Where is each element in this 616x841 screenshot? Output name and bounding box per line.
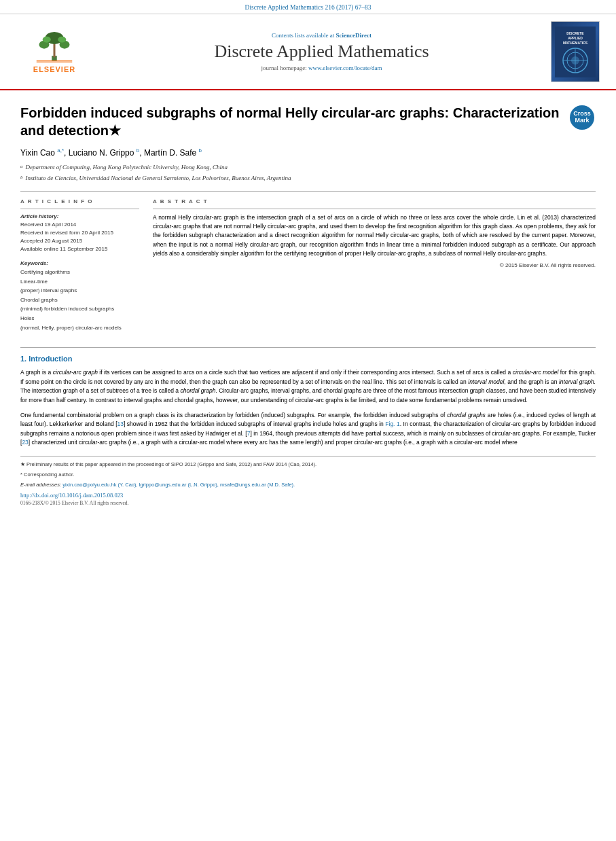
author-yixin-cao: Yixin Cao a,* [20,148,64,158]
article-title: Forbidden induced subgraphs of normal He… [20,104,562,139]
svg-text:DISCRETE: DISCRETE [566,31,584,35]
keywords-label: Keywords: [20,260,139,266]
intro-paragraph-1: A graph is a circular-arc graph if its v… [20,368,596,405]
article-info-column: A R T I C L E I N F O Article history: R… [20,198,139,339]
page: Discrete Applied Mathematics 216 (2017) … [0,0,616,841]
crossmark-icon: Cross Mark [568,104,596,131]
journal-title: Discrete Applied Mathematics [214,41,429,62]
keyword-3: (proper) interval graphs [20,286,139,296]
journal-cover-image: DISCRETE APPLIED MATHEMATICS [551,21,600,82]
publisher-logo-area: ELSEVIER [14,21,95,82]
journal-homepage: journal homepage: www.elsevier.com/locat… [261,65,382,71]
accepted-date: Accepted 20 August 2015 [20,237,139,245]
introduction-heading: 1. Introduction [20,355,596,363]
keywords-list: Certifying algorithms Linear-time (prope… [20,268,139,332]
homepage-url[interactable]: www.elsevier.com/locate/dam [308,65,382,71]
footnote-section: ★ Preliminary results of this paper appe… [20,456,596,506]
revised-date: Received in revised form 20 April 2015 [20,229,139,237]
issn-text: 0166-218X/© 2015 Elsevier B.V. All right… [20,500,596,506]
doi-link[interactable]: http://dx.doi.org/10.1016/j.dam.2015.08.… [20,492,596,499]
crossmark-badge-area: Cross Mark [568,104,596,132]
abstract-column: A B S T R A C T A normal Helly circular-… [153,198,596,339]
footnote-star1: ★ Preliminary results of this paper appe… [20,461,596,468]
keyword-1: Certifying algorithms [20,268,139,277]
svg-point-6 [58,37,66,43]
keyword-7: (normal, Helly, proper) circular-arc mod… [20,323,139,333]
keyword-2: Linear-time [20,277,139,287]
main-content: Forbidden induced subgraphs of normal He… [0,90,616,520]
abstract-heading: A B S T R A C T [153,198,596,204]
article-info-heading: A R T I C L E I N F O [20,198,139,204]
svg-text:APPLIED: APPLIED [568,36,583,40]
keyword-4: Chordal graphs [20,296,139,305]
svg-text:Cross: Cross [573,110,591,117]
article-history-block: Article history: Received 19 April 2014 … [20,213,139,253]
history-label: Article history: [20,213,139,219]
keyword-5: (minimal) forbidden induced subgraphs [20,304,139,314]
journal-cover-area: DISCRETE APPLIED MATHEMATICS [548,21,602,82]
footnote-emails: E-mail addresses: yixin.cao@polyu.edu.hk… [20,481,596,488]
abstract-divider [153,209,596,209]
keywords-block: Keywords: Certifying algorithms Linear-t… [20,260,139,332]
header-section: ELSEVIER Contents lists available at Sci… [0,14,616,90]
authors-line: Yixin Cao a,*, Luciano N. Grippo b, Mart… [20,147,596,158]
available-date: Available online 11 September 2015 [20,245,139,253]
email-addresses[interactable]: yixin.cao@polyu.edu.hk (Y. Cao), lgrippo… [62,482,295,488]
svg-rect-1 [54,43,56,57]
affiliations-block: a Department of Computing, Hong Kong Pol… [20,163,596,184]
elsevier-brand-text: ELSEVIER [33,65,75,73]
copyright-text: © 2015 Elsevier B.V. All rights reserved… [153,262,596,268]
elsevier-logo: ELSEVIER [33,30,75,73]
journal-ref-text: Discrete Applied Mathematics 216 (2017) … [244,4,371,11]
keyword-6: Holes [20,314,139,323]
article-info-divider [20,209,139,209]
svg-text:Mark: Mark [575,117,590,124]
elsevier-tree-icon [34,30,75,64]
info-abstract-columns: A R T I C L E I N F O Article history: R… [20,198,596,339]
journal-info-center: Contents lists available at ScienceDirec… [102,21,541,82]
journal-ref-bar: Discrete Applied Mathematics 216 (2017) … [0,0,616,14]
divider-after-affiliations [20,191,596,192]
sciencedirect-link-text[interactable]: ScienceDirect [336,32,372,39]
footnote-star2: * Corresponding author. [20,471,596,478]
svg-text:MATHEMATICS: MATHEMATICS [563,41,588,45]
article-title-section: Forbidden induced subgraphs of normal He… [20,104,596,139]
author-luciano-grippo: Luciano N. Grippo b [69,148,140,158]
sciencedirect-label: Contents lists available at ScienceDirec… [272,32,372,39]
intro-heading-text: 1. Introduction [20,355,72,363]
abstract-text: A normal Helly circular-arc graph is the… [153,213,596,258]
divider-after-abstract [20,347,596,348]
received-date: Received 19 April 2014 [20,221,139,229]
affiliation-a: a Department of Computing, Hong Kong Pol… [20,163,596,174]
affiliation-b: b Instituto de Ciencias, Universidad Nac… [20,174,596,185]
intro-paragraph-2: One fundamental combinatorial problem on… [20,411,596,448]
svg-point-5 [43,37,51,43]
author-martin-safe: Martín D. Safe b [144,148,202,158]
